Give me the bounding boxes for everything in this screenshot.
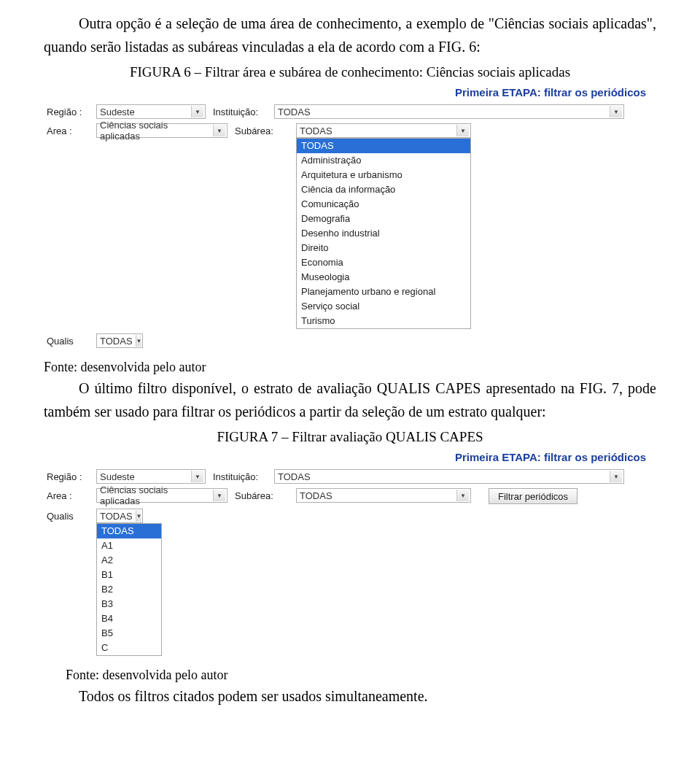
subarea-option[interactable]: Museologia xyxy=(297,270,470,285)
row-area-subarea: Area : Ciências sociais aplicadas ▼ Subá… xyxy=(47,123,653,329)
document-page: Outra opção é a seleção de uma área de c… xyxy=(0,0,700,743)
qualis-option[interactable]: TODAS xyxy=(97,524,161,538)
label-area: Area : xyxy=(47,123,92,136)
qualis-option[interactable]: B1 xyxy=(97,568,161,582)
qualis-option[interactable]: B5 xyxy=(97,626,161,641)
row-area-subarea-2: Area : Ciências sociais aplicadas ▼ Subá… xyxy=(47,488,653,504)
chevron-down-icon: ▼ xyxy=(610,106,622,117)
label-subarea: Subárea: xyxy=(232,123,292,136)
qualis-option[interactable]: A1 xyxy=(97,538,161,553)
qualis-option[interactable]: B4 xyxy=(97,611,161,626)
chevron-down-icon: ▼ xyxy=(456,125,469,136)
qualis-option[interactable]: A2 xyxy=(97,553,161,568)
subarea-option[interactable]: Serviço social xyxy=(297,299,470,314)
etapa-title: Primeira ETAPA: filtrar os periódicos xyxy=(47,451,653,463)
label-area: Area : xyxy=(47,488,92,501)
subarea-option[interactable]: Demografia xyxy=(297,212,470,226)
figure7-form: Primeira ETAPA: filtrar os periódicos Re… xyxy=(44,449,656,663)
subarea-option[interactable]: Administração xyxy=(297,153,470,168)
paragraph-2: O último filtro disponível, o estrato de… xyxy=(44,376,656,423)
figure7-caption: FIGURA 7 – Filtrar avaliação QUALIS CAPE… xyxy=(44,429,656,445)
select-instituicao[interactable]: TODAS ▼ xyxy=(274,469,624,484)
select-subarea-value: TODAS xyxy=(300,490,332,501)
select-instituicao-value: TODAS xyxy=(278,107,311,117)
label-subarea: Subárea: xyxy=(232,488,292,501)
select-regiao[interactable]: Sudeste ▼ xyxy=(96,469,206,484)
filter-button[interactable]: Filtrar periódicos xyxy=(489,488,578,504)
row-regiao-inst: Região : Sudeste ▼ Instituição: TODAS ▼ xyxy=(47,104,653,119)
subarea-option[interactable]: TODAS xyxy=(297,139,470,153)
subarea-option[interactable]: Arquitetura e urbanismo xyxy=(297,168,470,182)
select-area[interactable]: Ciências sociais aplicadas ▼ xyxy=(96,488,228,503)
label-qualis: Qualis xyxy=(47,509,92,522)
figure6-source: Fonte: desenvolvida pelo autor xyxy=(44,360,656,375)
select-qualis[interactable]: TODAS ▼ xyxy=(96,509,143,523)
label-instituicao: Instituição: xyxy=(210,469,270,482)
select-subarea-value: TODAS xyxy=(300,125,332,136)
subarea-option[interactable]: Planejamento urbano e regional xyxy=(297,285,470,299)
row-qualis-2: Qualis TODAS ▼ TODASA1A2B1B2B3B4B5C xyxy=(47,509,653,656)
label-qualis: Qualis xyxy=(47,333,92,347)
figure6-caption: FIGURA 6 – Filtrar área e subárea de con… xyxy=(44,64,656,80)
chevron-down-icon: ▼ xyxy=(213,490,225,501)
select-area-value: Ciências sociais aplicadas xyxy=(100,120,210,142)
figure7-source: Fonte: desenvolvida pelo autor xyxy=(44,668,656,683)
select-subarea[interactable]: TODAS ▼ xyxy=(296,488,471,503)
select-instituicao-value: TODAS xyxy=(278,471,311,482)
subarea-option[interactable]: Turismo xyxy=(297,314,470,328)
qualis-listbox[interactable]: TODASA1A2B1B2B3B4B5C xyxy=(96,523,162,656)
row-regiao-inst-2: Região : Sudeste ▼ Instituição: TODAS ▼ xyxy=(47,469,653,484)
chevron-down-icon: ▼ xyxy=(213,125,225,136)
subarea-option[interactable]: Direito xyxy=(297,241,470,255)
select-qualis[interactable]: TODAS ▼ xyxy=(96,333,143,348)
label-instituicao: Instituição: xyxy=(210,104,270,117)
select-instituicao[interactable]: TODAS ▼ xyxy=(274,104,624,119)
select-qualis-value: TODAS xyxy=(100,336,133,347)
subarea-option[interactable]: Desenho industrial xyxy=(297,226,470,241)
paragraph-3: Todos os filtros citados podem ser usado… xyxy=(44,684,656,708)
qualis-option[interactable]: B2 xyxy=(97,582,161,597)
select-regiao-value: Sudeste xyxy=(100,107,135,117)
qualis-option[interactable]: B3 xyxy=(97,597,161,611)
subarea-option[interactable]: Economia xyxy=(297,255,470,270)
select-subarea[interactable]: TODAS ▼ xyxy=(296,123,471,138)
row-qualis: Qualis TODAS ▼ xyxy=(47,333,653,348)
select-area[interactable]: Ciências sociais aplicadas ▼ xyxy=(96,123,228,138)
chevron-down-icon: ▼ xyxy=(191,106,203,117)
select-qualis-value: TODAS xyxy=(100,511,133,522)
select-area-value: Ciências sociais aplicadas xyxy=(100,484,210,506)
qualis-option[interactable]: C xyxy=(97,641,161,655)
label-regiao: Região : xyxy=(47,469,92,482)
paragraph-1: Outra opção é a seleção de uma área de c… xyxy=(44,12,656,58)
etapa-title: Primeira ETAPA: filtrar os periódicos xyxy=(47,86,653,98)
select-regiao-value: Sudeste xyxy=(100,471,135,482)
label-regiao: Região : xyxy=(47,104,92,117)
subarea-option[interactable]: Comunicação xyxy=(297,197,470,212)
chevron-down-icon: ▼ xyxy=(136,335,142,347)
chevron-down-icon: ▼ xyxy=(136,510,142,522)
select-regiao[interactable]: Sudeste ▼ xyxy=(96,104,206,119)
chevron-down-icon: ▼ xyxy=(610,471,622,482)
subarea-option[interactable]: Ciência da informação xyxy=(297,182,470,197)
chevron-down-icon: ▼ xyxy=(456,490,469,501)
figure6-form: Primeira ETAPA: filtrar os periódicos Re… xyxy=(44,85,656,355)
subarea-listbox[interactable]: TODASAdministraçãoArquitetura e urbanism… xyxy=(296,138,471,329)
chevron-down-icon: ▼ xyxy=(191,471,203,482)
